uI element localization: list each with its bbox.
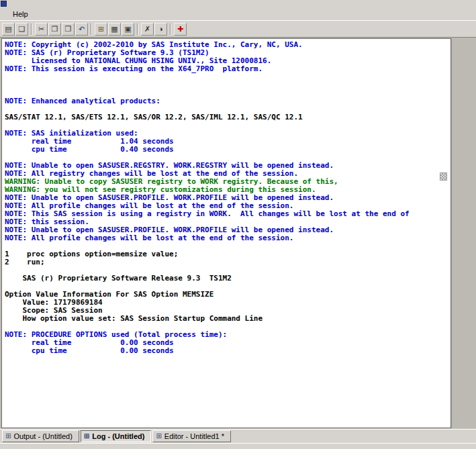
help-icon: ✚ [177,26,183,33]
log-line: cpu time 0.40 seconds [5,146,450,154]
break-icon: ◑ [158,26,163,33]
copy-button[interactable]: ❐ [48,23,61,36]
print-button[interactable]: ▤ [2,23,15,36]
log-line: NOTE: All profile changes will be lost a… [5,234,450,242]
log-line: 1 proc options option=memsize value; [5,250,450,258]
mdi-background [451,38,476,428]
undo-icon: ↶ [79,26,85,33]
log-content[interactable]: NOTE: Copyright (c) 2002-2010 by SAS Ins… [2,39,450,355]
window-icon[interactable] [1,1,7,7]
toolbar-separator [170,23,171,35]
undo-button[interactable]: ↶ [75,23,88,36]
scroll-marker[interactable] [440,172,447,181]
paste-icon: ❒ [65,26,72,33]
tab-label: Output - (Untitled) [13,432,72,440]
log-line [5,81,450,89]
new-library-button[interactable]: ⊞ [95,23,107,36]
menu-bar: Help [0,7,476,20]
log-line: SAS/STAT 12.1, SAS/ETS 12.1, SAS/OR 12.2… [5,113,450,121]
tab-label: Editor - Untitled1 * [164,432,224,440]
log-line: cpu time 0.00 seconds [5,347,450,355]
toolbar-separator [91,23,92,35]
new-library-icon: ⊞ [98,26,104,33]
cut-icon: ✂ [38,26,44,33]
tab-editor[interactable]: ⊞Editor - Untitled1 * [152,430,231,442]
log-line: NOTE: This session is executing on the X… [5,65,450,73]
catalog-button[interactable]: ▣ [122,23,134,36]
status-bar [0,443,476,449]
clear-all-button[interactable]: ✗ [141,23,154,36]
copy-icon: ❐ [52,26,58,33]
help-button[interactable]: ✚ [174,23,187,36]
sql-query-button[interactable]: ▦ [108,23,121,36]
print-icon: ▤ [5,26,11,33]
workspace: NOTE: Copyright (c) 2002-2010 by SAS Ins… [0,38,476,429]
title-bar [0,0,476,7]
log-line: 2 run; [5,258,450,266]
log-window: NOTE: Copyright (c) 2002-2010 by SAS Ins… [1,38,451,428]
log-line: SAS (r) Proprietary Software Release 9.3… [5,275,450,283]
tab-output[interactable]: ⊞Output - (Untitled) [2,430,79,442]
menu-help[interactable]: Help [9,9,32,19]
print-preview-icon: ❏ [19,26,26,33]
output-window-icon: ⊞ [5,433,11,440]
paste-button[interactable]: ❒ [62,23,75,36]
clear-all-icon: ✗ [144,26,150,33]
print-preview-button[interactable]: ❏ [15,23,28,36]
log-line: NOTE: Enhanced analytical products: [5,97,450,105]
break-button[interactable]: ◑ [154,23,167,36]
cut-button[interactable]: ✂ [35,23,48,36]
toolbar-separator [31,23,32,35]
editor-window-icon: ⊞ [156,433,161,440]
log-window-icon: ⊞ [84,433,89,440]
log-line: How option value set: SAS Session Startu… [5,315,450,323]
toolbar: ▤❏✂❐❒↶⊞▦▣✗◑✚ [0,20,476,38]
log-line [5,73,450,81]
tab-label: Log - (Untitled) [92,432,144,440]
sql-query-icon: ▦ [111,26,117,33]
tab-log[interactable]: ⊞Log - (Untitled) [81,430,152,442]
catalog-icon: ▣ [124,26,131,33]
window-tab-bar: ⊞Output - (Untitled)⊞Log - (Untitled)⊞Ed… [0,429,476,443]
sas-app-window: Help ▤❏✂❐❒↶⊞▦▣✗◑✚ NOTE: Copyright (c) 20… [0,0,476,449]
toolbar-separator [137,23,138,35]
